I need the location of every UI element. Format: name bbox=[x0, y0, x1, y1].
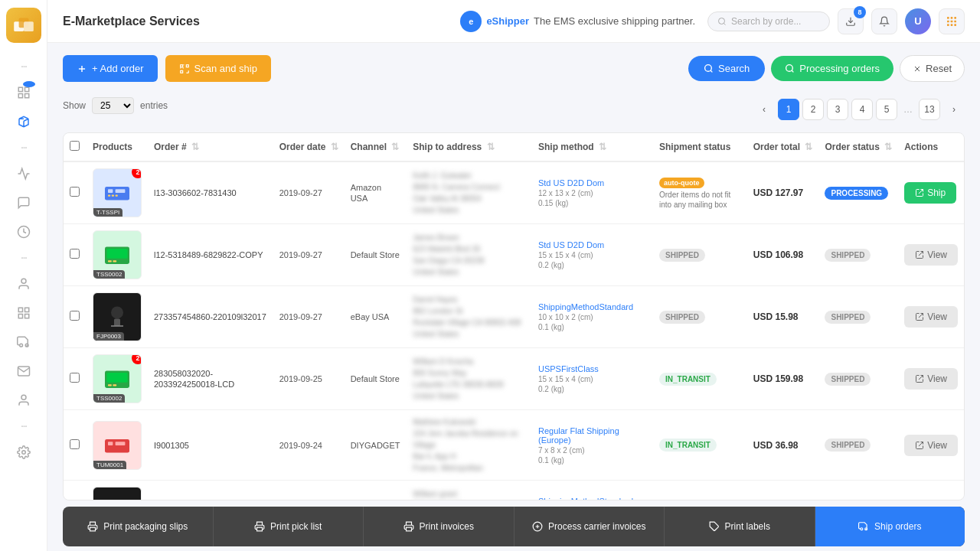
processing-orders-button[interactable]: Processing orders bbox=[771, 56, 893, 81]
product-code: TSS0002 bbox=[93, 394, 125, 403]
ship-method-dims: 15 x 15 x 4 (cm) bbox=[538, 251, 647, 259]
sidebar-item-users[interactable] bbox=[9, 269, 38, 298]
page-2[interactable]: 2 bbox=[802, 99, 824, 120]
svg-rect-50 bbox=[106, 249, 127, 259]
page-prev[interactable]: ‹ bbox=[753, 99, 775, 120]
svg-rect-60 bbox=[105, 439, 129, 453]
view-button[interactable]: View bbox=[904, 435, 958, 456]
row-checkbox[interactable] bbox=[70, 439, 80, 449]
view-button[interactable]: View bbox=[904, 368, 958, 390]
select-all-checkbox[interactable] bbox=[70, 141, 80, 151]
col-order-status[interactable]: Order status ⇅ bbox=[818, 133, 898, 161]
product-image: 2 TSS0002 bbox=[93, 354, 142, 403]
ship-method-weight: 0.1 (kg) bbox=[538, 323, 647, 331]
order-total: USD 159.98 bbox=[753, 373, 803, 384]
svg-rect-6 bbox=[18, 94, 22, 98]
page-5[interactable]: 5 bbox=[876, 99, 897, 120]
process-carrier-button[interactable]: Process carrier invoices bbox=[514, 507, 665, 546]
sidebar-item-orders[interactable] bbox=[9, 78, 38, 107]
page-3[interactable]: 3 bbox=[827, 99, 848, 120]
col-ship-to[interactable]: Ship to address ⇅ bbox=[407, 133, 532, 161]
page-13[interactable]: 13 bbox=[919, 99, 940, 120]
print-labels-button[interactable]: Print labels bbox=[665, 507, 815, 546]
col-order-total[interactable]: Order total ⇅ bbox=[747, 133, 819, 161]
svg-point-17 bbox=[719, 18, 725, 24]
view-button[interactable]: View bbox=[904, 306, 958, 328]
svg-point-16 bbox=[21, 451, 25, 455]
sidebar: ··· ··· ··· ··· bbox=[0, 0, 47, 551]
ship-orders-button[interactable]: Ship orders bbox=[815, 507, 965, 546]
order-number: 273357454860-220109l32017 bbox=[154, 312, 266, 321]
col-order-num[interactable]: Order # ⇅ bbox=[148, 133, 273, 161]
page-next[interactable]: › bbox=[943, 99, 965, 120]
eshipper-name: eShipper bbox=[486, 15, 529, 27]
product-code: FJP0003 bbox=[93, 332, 124, 341]
page-1[interactable]: 1 bbox=[778, 99, 799, 120]
notification-button[interactable] bbox=[871, 8, 897, 34]
sidebar-item-inventory[interactable] bbox=[9, 107, 38, 136]
sidebar-item-chat[interactable] bbox=[9, 188, 38, 217]
ship-method-weight: 0.1 (kg) bbox=[538, 456, 647, 465]
svg-rect-19 bbox=[947, 17, 949, 19]
scan-ship-button[interactable]: Scan and ship bbox=[165, 55, 271, 82]
product-image: TSS0002 bbox=[93, 230, 142, 279]
sidebar-dots-2: ··· bbox=[21, 141, 26, 155]
row-checkbox[interactable] bbox=[70, 311, 80, 321]
toolbar-right: Search Processing orders Reset bbox=[688, 55, 965, 82]
col-ship-method[interactable]: Ship method ⇅ bbox=[532, 133, 653, 161]
svg-rect-2 bbox=[24, 21, 34, 31]
order-total: USD 36.98 bbox=[753, 440, 799, 451]
svg-rect-3 bbox=[18, 87, 22, 91]
product-count-badge: 2 bbox=[132, 168, 142, 178]
sidebar-item-mail[interactable] bbox=[9, 357, 38, 386]
sidebar-item-ship[interactable] bbox=[9, 328, 38, 357]
download-button[interactable]: 8 bbox=[838, 8, 864, 34]
row-checkbox[interactable] bbox=[70, 187, 80, 197]
product-cell: FJT0001 bbox=[93, 487, 142, 500]
add-order-button[interactable]: + Add order bbox=[63, 55, 158, 82]
svg-rect-9 bbox=[18, 308, 22, 311]
col-channel[interactable]: Channel ⇅ bbox=[345, 133, 407, 161]
print-packaging-button[interactable]: Print packaging slips bbox=[63, 507, 214, 546]
print-invoices-button[interactable]: Print invoices bbox=[364, 507, 514, 546]
row-checkbox[interactable] bbox=[70, 249, 80, 259]
sidebar-item-history[interactable] bbox=[9, 217, 38, 246]
row-checkbox[interactable] bbox=[70, 373, 80, 383]
ship-button[interactable]: Ship bbox=[904, 182, 956, 204]
in-transit-badge: IN_TRANSIT bbox=[659, 373, 717, 386]
order-date: 2019-09-25 bbox=[279, 374, 322, 383]
ship-method-name: ShippingMethodStandard bbox=[538, 497, 647, 500]
sidebar-item-grid[interactable] bbox=[9, 298, 38, 328]
entries-select[interactable]: 2550100 bbox=[92, 97, 134, 114]
product-code: TSS0002 bbox=[93, 270, 125, 279]
print-pick-list-button[interactable]: Print pick list bbox=[214, 507, 364, 546]
svg-rect-4 bbox=[24, 87, 28, 91]
order-channel: Default Store bbox=[351, 250, 400, 259]
auto-quote-badge: auto-quote bbox=[659, 178, 704, 188]
table-row: TSS0002 l12-5318489-6829822-COPY2019-09-… bbox=[64, 224, 964, 286]
sidebar-item-settings[interactable] bbox=[9, 438, 38, 467]
sidebar-item-person[interactable] bbox=[9, 386, 38, 415]
search-button[interactable]: Search bbox=[688, 56, 765, 81]
page-4[interactable]: 4 bbox=[851, 99, 873, 120]
header-actions: Search by orde... 8 U bbox=[707, 8, 965, 34]
svg-rect-46 bbox=[108, 194, 110, 196]
app-logo[interactable] bbox=[6, 8, 41, 43]
svg-rect-31 bbox=[186, 64, 188, 67]
svg-rect-70 bbox=[257, 527, 263, 531]
ship-to-address: Keith J. Gutwater8885 N. Camera ConnectO… bbox=[413, 170, 526, 216]
col-order-date[interactable]: Order date ⇅ bbox=[273, 133, 345, 161]
apps-button[interactable] bbox=[939, 8, 965, 34]
svg-point-8 bbox=[21, 279, 26, 283]
view-button[interactable]: View bbox=[904, 244, 958, 266]
shipped-badge: SHIPPED bbox=[659, 249, 705, 262]
user-avatar[interactable]: U bbox=[905, 8, 931, 34]
svg-rect-48 bbox=[116, 194, 118, 196]
order-channel: eBay USA bbox=[351, 312, 390, 321]
global-search[interactable]: Search by orde... bbox=[707, 11, 830, 31]
svg-rect-58 bbox=[108, 384, 112, 386]
svg-rect-32 bbox=[180, 70, 182, 73]
sidebar-item-chart[interactable] bbox=[9, 159, 38, 188]
reset-button[interactable]: Reset bbox=[900, 55, 965, 82]
svg-rect-61 bbox=[108, 442, 113, 445]
